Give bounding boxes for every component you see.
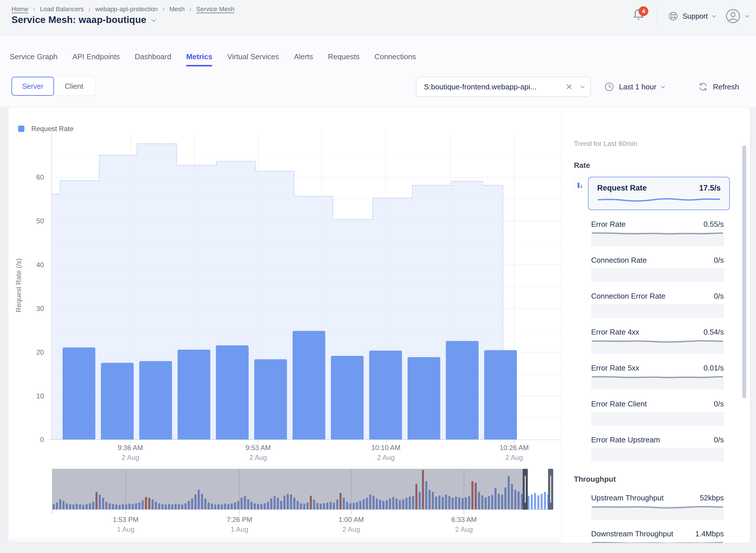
metric-line: Request Rate17.5/s	[597, 184, 721, 192]
breadcrumb-item[interactable]: Home	[11, 5, 28, 13]
trend-panel-header: Trend for Last 60min	[574, 140, 750, 148]
metric-card-request-rate[interactable]: Request Rate17.5/s	[588, 177, 730, 210]
metric-line: Connection Error Rate0/s	[591, 292, 724, 301]
metric-sparkline-box	[591, 448, 724, 462]
svg-text:20: 20	[36, 348, 44, 356]
metric-line: Connection Rate0/s	[591, 256, 724, 265]
tab-metrics[interactable]: Metrics	[186, 52, 212, 70]
metric-sparkline	[591, 539, 724, 543]
panel-section-rate: Rate	[574, 161, 750, 170]
breadcrumb-item[interactable]: Load Balancers	[40, 5, 84, 13]
svg-text:1 Aug: 1 Aug	[117, 526, 134, 533]
tab-underline	[72, 65, 120, 66]
tab-label: API Endpoints	[72, 52, 120, 61]
metric-row-connection-error-rate[interactable]: Connection Error Rate0/s	[591, 292, 724, 318]
header-actions: 4 Support	[632, 7, 748, 25]
metric-row-error-rate-upstream[interactable]: Error Rate Upstream0/s	[591, 436, 724, 462]
filter-chevron-down-icon	[580, 84, 584, 88]
mode-client-button[interactable]: Client	[53, 77, 95, 96]
breadcrumb-separator: ›	[88, 5, 91, 13]
metric-value: 0/s	[714, 292, 724, 301]
metric-label: Error Rate 5xx	[591, 364, 639, 373]
metric-sparkline	[597, 196, 721, 204]
account-menu[interactable]	[726, 9, 748, 23]
metric-value: 0/s	[714, 436, 724, 444]
svg-text:2 Aug: 2 Aug	[505, 454, 523, 461]
tab-api-endpoints[interactable]: API Endpoints	[72, 52, 120, 70]
filter-clear-icon[interactable]: ✕	[566, 82, 572, 92]
metric-label: Downstream Throughput	[591, 530, 673, 538]
metric-row-error-rate-4xx[interactable]: Error Rate 4xx0.54/s	[591, 328, 724, 354]
metric-sparkline-box	[591, 232, 724, 246]
tab-underline	[186, 65, 212, 66]
metric-sparkline	[591, 503, 724, 511]
tab-requests[interactable]: Requests	[328, 52, 360, 70]
breadcrumb-separator: ›	[162, 5, 165, 13]
mode-server-button[interactable]: Server	[11, 77, 54, 96]
metric-value: 52kbps	[700, 493, 724, 502]
timeline-brush-chart[interactable]: 1:53 PM1 Aug7:26 PM1 Aug1:00 AM2 Aug6:33…	[8, 465, 561, 538]
metric-label: Request Rate	[597, 184, 647, 192]
page: Home›Load Balancers›webapp-api-protectio…	[0, 0, 756, 553]
metric-sparkline-box	[591, 268, 724, 282]
metrics-filter-select[interactable]: S:boutique-frontend.webapp-api... ✕	[416, 77, 591, 97]
metric-line: Error Rate Client0/s	[591, 399, 724, 408]
tab-connections[interactable]: Connections	[375, 52, 416, 70]
metric-label: Connection Rate	[591, 256, 647, 265]
metric-card-row: Request Rate17.5/s	[574, 177, 750, 210]
metric-row-upstream-throughput[interactable]: Upstream Throughput52kbps	[591, 493, 724, 520]
tab-bar: Service GraphAPI EndpointsDashboardMetri…	[0, 35, 416, 70]
notifications-button[interactable]: 4	[632, 7, 648, 25]
support-menu[interactable]: Support	[666, 11, 717, 21]
panel-section-throughput: Throughput	[574, 475, 750, 484]
tab-label: Dashboard	[135, 52, 171, 61]
tab-underline	[135, 65, 171, 66]
metric-row-error-rate[interactable]: Error Rate0.55/s	[591, 220, 724, 246]
tabs-toolbar-strip: Service GraphAPI EndpointsDashboardMetri…	[0, 35, 756, 107]
tab-alerts[interactable]: Alerts	[294, 52, 313, 70]
svg-text:2 Aug: 2 Aug	[343, 526, 360, 533]
svg-text:2 Aug: 2 Aug	[377, 454, 395, 461]
svg-text:0: 0	[40, 436, 44, 444]
metric-row-connection-rate[interactable]: Connection Rate0/s	[591, 256, 724, 282]
support-chevron-down-icon	[712, 13, 716, 17]
tab-service-graph[interactable]: Service Graph	[10, 52, 58, 70]
refresh-icon	[698, 82, 708, 92]
metric-line: Error Rate Upstream0/s	[591, 436, 724, 444]
lifebuoy-icon	[668, 11, 678, 21]
tab-dashboard[interactable]: Dashboard	[135, 52, 171, 70]
metric-row-error-rate-5xx[interactable]: Error Rate 5xx0.01/s	[591, 364, 724, 390]
breadcrumb-item[interactable]: webapp-api-protection	[95, 5, 158, 13]
svg-text:1:53 PM: 1:53 PM	[113, 516, 138, 524]
metric-row-error-rate-client[interactable]: Error Rate Client0/s	[591, 399, 724, 426]
panel-scrollbar[interactable]	[742, 145, 746, 398]
refresh-label: Refresh	[713, 82, 739, 91]
metric-row-downstream-throughput[interactable]: Downstream Throughput1.4Mbps	[591, 530, 724, 543]
svg-text:10:26 AM: 10:26 AM	[499, 444, 529, 452]
svg-text:2 Aug: 2 Aug	[455, 526, 473, 533]
metric-label: Error Rate 4xx	[591, 328, 639, 336]
request-rate-chart[interactable]: 0102030405060Request Rate (/s)9:36 AM2 A…	[8, 120, 561, 476]
refresh-button[interactable]: Refresh	[698, 77, 739, 97]
tab-virtual-services[interactable]: Virtual Services	[227, 52, 279, 70]
svg-text:60: 60	[36, 173, 44, 181]
bar-chart-icon-bar	[578, 182, 579, 188]
svg-text:40: 40	[36, 261, 44, 269]
svg-text:9:36 AM: 9:36 AM	[118, 444, 143, 452]
metric-value: 0.54/s	[703, 328, 724, 336]
breadcrumb-item[interactable]: Service Mesh	[196, 5, 234, 13]
svg-text:9:53 AM: 9:53 AM	[246, 444, 271, 452]
title-chevron-down-icon[interactable]	[152, 17, 157, 22]
breadcrumb-item[interactable]: Mesh	[169, 5, 185, 13]
metric-sparkline-box	[591, 340, 724, 354]
metric-sparkline-box	[591, 376, 724, 390]
time-range-picker[interactable]: Last 1 hour	[604, 77, 664, 97]
metric-value: 1.4Mbps	[695, 530, 724, 538]
svg-text:2 Aug: 2 Aug	[121, 454, 139, 461]
time-range-value: Last 1 hour	[619, 82, 656, 91]
metric-label: Error Rate Client	[591, 399, 647, 408]
bar-chart-icon	[574, 178, 586, 191]
svg-text:50: 50	[36, 217, 44, 225]
avatar-icon	[726, 9, 741, 23]
metric-label: Error Rate Upstream	[591, 436, 660, 444]
